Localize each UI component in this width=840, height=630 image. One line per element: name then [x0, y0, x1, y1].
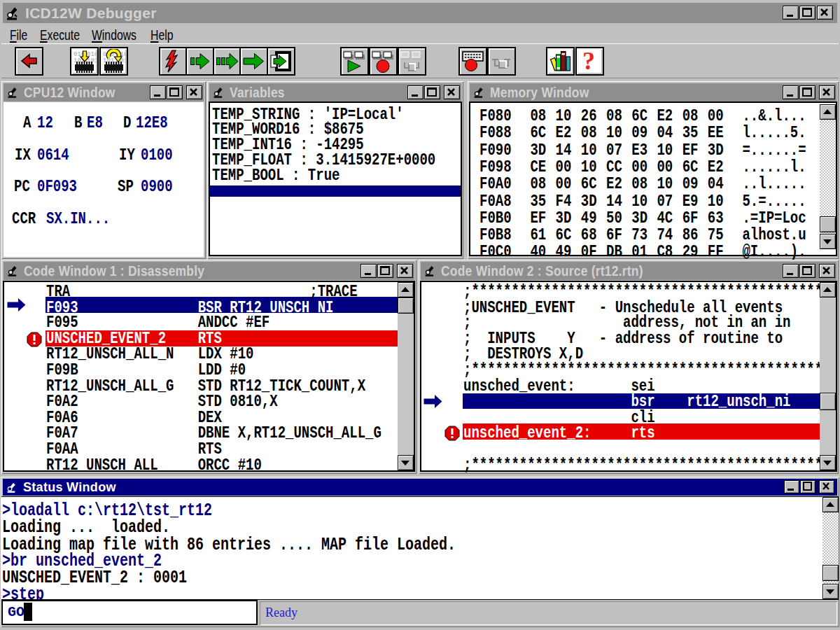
svg-text:?: ?: [582, 49, 595, 74]
